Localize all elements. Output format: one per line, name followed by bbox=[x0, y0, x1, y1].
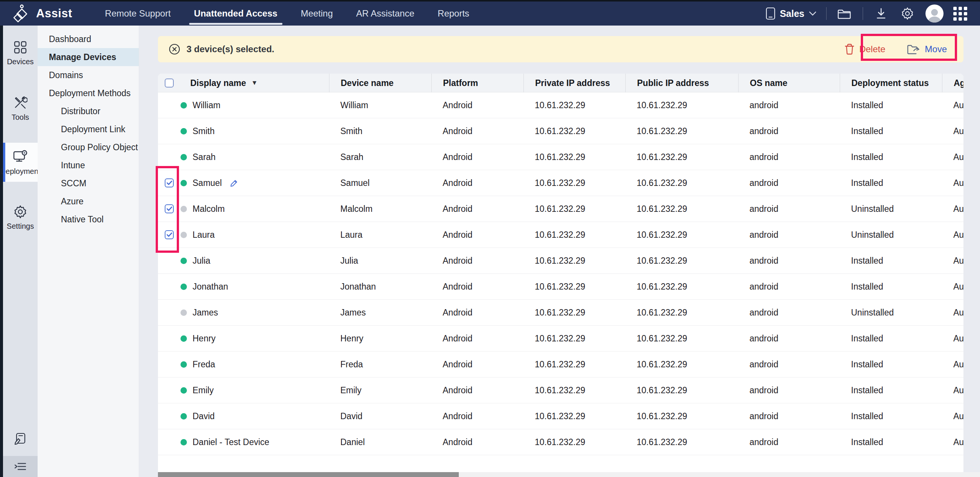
device-private-ip: 10.61.232.29 bbox=[523, 360, 625, 369]
portal-selector[interactable]: Sales bbox=[766, 7, 816, 20]
table-row[interactable]: Samuel Samuel Android 10.61.232.29 10.61… bbox=[158, 170, 964, 196]
table-row[interactable]: Emily Emily Android 10.61.232.29 10.61.2… bbox=[158, 377, 964, 403]
nav-tab-ar-assistance[interactable]: AR Assistance bbox=[344, 2, 426, 25]
tools-icon bbox=[13, 95, 27, 110]
sidenav-item-dashboard[interactable]: Dashboard bbox=[38, 30, 139, 48]
device-display-name: Henry bbox=[192, 334, 215, 344]
nav-tab-remote-support[interactable]: Remote Support bbox=[93, 2, 182, 25]
portal-device-icon bbox=[766, 7, 775, 20]
device-deployment-status: Installed bbox=[840, 360, 942, 369]
device-display-name: Samuel bbox=[192, 178, 222, 188]
row-checkbox[interactable] bbox=[165, 178, 174, 187]
sidenav-item-sccm[interactable]: SCCM bbox=[38, 174, 139, 192]
device-name: Freda bbox=[329, 360, 431, 369]
brand[interactable]: Assist bbox=[13, 4, 72, 23]
rail-item-settings[interactable]: Settings bbox=[3, 198, 38, 237]
sidenav-item-manage-devices[interactable]: Manage Devices bbox=[38, 48, 139, 66]
device-private-ip: 10.61.232.29 bbox=[523, 385, 625, 396]
left-edge-strip bbox=[0, 25, 3, 477]
deselect-all-icon[interactable] bbox=[169, 43, 180, 55]
gear-icon[interactable] bbox=[899, 5, 916, 22]
device-private-ip: 10.61.232.29 bbox=[523, 152, 625, 162]
nav-tab-unattended-access[interactable]: Unattended Access bbox=[182, 2, 289, 25]
device-display-name: James bbox=[192, 307, 218, 318]
selection-banner: 3 device(s) selected. Delete bbox=[158, 36, 964, 62]
status-dot bbox=[180, 128, 187, 135]
chevron-down-icon bbox=[809, 11, 816, 16]
device-agent-truncated: Au bbox=[953, 178, 964, 188]
device-platform: Android bbox=[431, 256, 523, 266]
row-checkbox[interactable] bbox=[165, 204, 174, 213]
device-os-name: android bbox=[738, 152, 840, 162]
horizontal-scrollbar-thumb[interactable] bbox=[158, 472, 459, 477]
device-platform: Android bbox=[431, 230, 523, 240]
column-private-ip: Private IP address bbox=[523, 74, 625, 92]
device-public-ip: 10.61.232.29 bbox=[625, 411, 738, 422]
sidenav-item-deployment-methods[interactable]: Deployment Methods bbox=[38, 84, 139, 102]
table-row[interactable]: James James Android 10.61.232.29 10.61.2… bbox=[158, 300, 964, 326]
devices-grid-icon bbox=[14, 41, 27, 54]
table-row[interactable]: Smith Smith Android 10.61.232.29 10.61.2… bbox=[158, 118, 964, 144]
sidenav-item-azure[interactable]: Azure bbox=[38, 192, 139, 210]
column-agent-truncated: Ag bbox=[942, 74, 964, 92]
download-icon[interactable] bbox=[873, 5, 889, 22]
device-private-ip: 10.61.232.29 bbox=[523, 126, 625, 136]
table-row[interactable]: Sarah Sarah Android 10.61.232.29 10.61.2… bbox=[158, 144, 964, 170]
table-row[interactable]: Jonathan Jonathan Android 10.61.232.29 1… bbox=[158, 274, 964, 300]
table-row[interactable]: Laura Laura Android 10.61.232.29 10.61.2… bbox=[158, 222, 964, 248]
column-display-name[interactable]: Display name ▼ bbox=[180, 78, 329, 88]
device-agent-truncated: Au bbox=[953, 204, 964, 214]
device-agent-truncated: Au bbox=[953, 385, 964, 396]
device-deployment-status: Installed bbox=[840, 334, 942, 344]
avatar[interactable] bbox=[926, 5, 943, 22]
rail-item-deployment[interactable]: Deployment bbox=[3, 143, 38, 182]
sidenav-item-intune[interactable]: Intune bbox=[38, 156, 139, 174]
table-row[interactable]: Julia Julia Android 10.61.232.29 10.61.2… bbox=[158, 248, 964, 274]
apps-grid-icon[interactable] bbox=[953, 7, 967, 21]
device-display-name: Laura bbox=[192, 230, 215, 240]
horizontal-scrollbar[interactable] bbox=[158, 472, 980, 477]
table-row[interactable]: William William Android 10.61.232.29 10.… bbox=[158, 92, 964, 118]
device-platform: Android bbox=[431, 307, 523, 318]
device-name: Samuel bbox=[329, 178, 431, 188]
module-rail: Devices Tools De bbox=[3, 25, 38, 477]
sidenav-item-distributor[interactable]: Distributor bbox=[38, 102, 139, 120]
select-all-checkbox[interactable] bbox=[165, 79, 174, 87]
sort-descending-icon[interactable]: ▼ bbox=[251, 79, 258, 87]
edit-icon[interactable] bbox=[230, 179, 239, 187]
delete-button[interactable]: Delete bbox=[845, 44, 885, 55]
device-deployment-status: Installed bbox=[840, 152, 942, 162]
folder-icon[interactable] bbox=[836, 5, 853, 22]
device-platform: Android bbox=[431, 100, 523, 111]
move-button[interactable]: Move bbox=[907, 44, 947, 54]
nav-tab-meeting[interactable]: Meeting bbox=[289, 2, 344, 25]
device-deployment-status: Uninstalled bbox=[840, 204, 942, 214]
rail-item-tools[interactable]: Tools bbox=[3, 89, 38, 128]
collapse-menu-icon[interactable] bbox=[3, 456, 38, 477]
table-row[interactable]: David David Android 10.61.232.29 10.61.2… bbox=[158, 403, 964, 429]
device-private-ip: 10.61.232.29 bbox=[523, 411, 625, 422]
device-agent-truncated: Au bbox=[953, 437, 964, 447]
table-row[interactable]: Daniel - Test Device Daniel Android 10.6… bbox=[158, 429, 964, 455]
sidenav-item-domains[interactable]: Domains bbox=[38, 66, 139, 84]
table-row[interactable]: Freda Freda Android 10.61.232.29 10.61.2… bbox=[158, 352, 964, 377]
device-deployment-status: Installed bbox=[840, 256, 942, 266]
table-row[interactable]: Malcolm Malcolm Android 10.61.232.29 10.… bbox=[158, 196, 964, 222]
sidenav-item-deployment-link[interactable]: Deployment Link bbox=[38, 120, 139, 138]
rail-bottom bbox=[3, 423, 38, 477]
device-platform: Android bbox=[431, 411, 523, 422]
device-os-name: android bbox=[738, 178, 840, 188]
sidenav-item-group-policy-object[interactable]: Group Policy Object bbox=[38, 138, 139, 156]
device-private-ip: 10.61.232.29 bbox=[523, 256, 625, 266]
device-deployment-status: Installed bbox=[840, 437, 942, 447]
column-platform: Platform bbox=[431, 74, 523, 92]
device-public-ip: 10.61.232.29 bbox=[625, 437, 738, 447]
table-row[interactable]: Henry Henry Android 10.61.232.29 10.61.2… bbox=[158, 326, 964, 352]
nav-tab-reports[interactable]: Reports bbox=[426, 2, 481, 25]
rail-item-devices[interactable]: Devices bbox=[3, 34, 38, 72]
device-private-ip: 10.61.232.29 bbox=[523, 282, 625, 292]
device-public-ip: 10.61.232.29 bbox=[625, 282, 738, 292]
sidenav-item-native-tool[interactable]: Native Tool bbox=[38, 210, 139, 228]
feedback-note-icon[interactable] bbox=[3, 423, 38, 456]
row-checkbox[interactable] bbox=[165, 230, 174, 239]
